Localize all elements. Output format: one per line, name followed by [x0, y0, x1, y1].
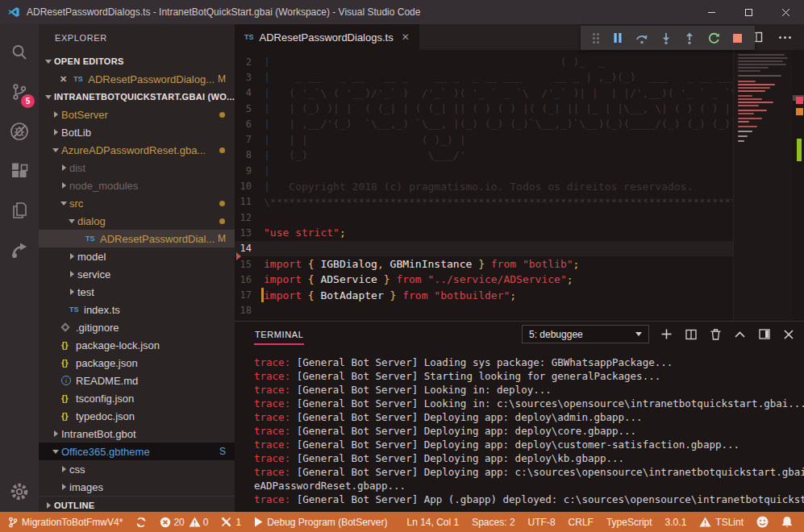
problems-item[interactable]: 20 0 — [153, 512, 215, 532]
tree-item-azureadpasswordreset-gba[interactable]: AzureADPasswordReset.gba... — [39, 141, 235, 159]
settings-gear-icon[interactable] — [0, 481, 39, 502]
code-line-14[interactable]: 14 — [235, 241, 804, 256]
open-editors-header[interactable]: OPEN EDITORS — [39, 52, 235, 70]
code-line-4[interactable]: 4| ( '_`\ ( '__)/'_` ) /'_` )( '_ ` _ `\… — [235, 85, 804, 101]
code-line-9[interactable]: 9| — [235, 163, 804, 178]
editor-tab[interactable]: TS ADResetPasswordDialogs.ts ✕ — [235, 24, 419, 50]
tree-item-index-ts[interactable]: TSindex.ts — [39, 301, 235, 318]
tree-item-label: images — [69, 481, 103, 493]
pause-icon[interactable] — [612, 32, 623, 44]
extensions-icon[interactable] — [0, 151, 39, 190]
tools-item[interactable]: 1 — [215, 512, 248, 532]
eol-item[interactable]: CRLF — [562, 512, 600, 532]
restart-icon[interactable] — [708, 32, 720, 44]
tree-item-office365-gbtheme[interactable]: Office365.gbthemeS — [39, 443, 235, 460]
tree-item-botserver[interactable]: BotServer — [39, 106, 235, 123]
notifications-bell-icon[interactable] — [775, 512, 799, 532]
tree-item-package-lock-json[interactable]: {}package-lock.json — [39, 336, 235, 354]
code-line-15[interactable]: 15import { IGBDialog, GBMinInstance } fr… — [235, 256, 804, 272]
line-number: 2 — [235, 56, 264, 68]
tree-item-gitignore[interactable]: .gitignore — [39, 318, 235, 336]
debug-icon[interactable] — [0, 111, 39, 151]
share-icon[interactable] — [0, 230, 39, 269]
ts-version-item[interactable]: 3.0.1 — [659, 512, 694, 532]
close-panel-icon[interactable] — [784, 330, 794, 339]
code-line-5[interactable]: 5| | (_) )| | ( (_| | ( (_| || ( ) ( ) |… — [235, 101, 804, 116]
tree-item-label: IntranetBot.gbot — [61, 428, 136, 440]
explorer-pages-icon[interactable] — [0, 190, 39, 230]
language-item[interactable]: TypeScript — [600, 512, 659, 532]
code-editor[interactable]: 2| ( )_ _3| _ __ _ __ __ _ __ _ _ __ ___… — [235, 50, 804, 321]
line-number: 16 — [235, 274, 264, 285]
chevron-up-icon[interactable] — [735, 331, 745, 338]
twisty-icon — [66, 219, 77, 223]
code-line-18[interactable]: 18 — [235, 303, 804, 318]
code-line-2[interactable]: 2| ( )_ _ — [235, 54, 804, 69]
code-line-12[interactable]: 12 — [235, 210, 804, 225]
tree-item-adresetpassworddial[interactable]: TSADResetPasswordDial...M — [39, 230, 235, 247]
tree-item-model[interactable]: model — [39, 247, 235, 265]
source-control-icon[interactable]: 5 — [0, 72, 39, 111]
tree-item-test[interactable]: test — [39, 283, 235, 301]
trash-icon[interactable] — [710, 329, 721, 340]
overview-ruler[interactable] — [793, 50, 804, 321]
tree-item-tsconfig-json[interactable]: {}tsconfig.json — [39, 389, 235, 407]
project-header[interactable]: INTRANETBOTQUICKSTART.GBAI (WO... — [39, 88, 235, 106]
tree-item-botlib[interactable]: BotLib — [39, 123, 235, 141]
tree-item-node-modules[interactable]: node_modules — [39, 177, 235, 194]
tree-item-typedoc-json[interactable]: {}typedoc.json — [39, 407, 235, 425]
code-line-8[interactable]: 8| (_) \___/' — [235, 148, 804, 163]
tree-item-readme-md[interactable]: iREADME.md — [39, 372, 235, 389]
tree-item-dist[interactable]: dist — [39, 159, 235, 177]
add-terminal-icon[interactable] — [661, 329, 672, 339]
indentation-item[interactable]: Spaces: 2 — [465, 512, 521, 532]
tab-close-icon[interactable]: ✕ — [402, 31, 410, 43]
open-editor-item[interactable]: ✕ TS ADResetPasswordDialog... M — [39, 70, 235, 88]
outline-header[interactable]: OUTLINE — [39, 496, 235, 512]
code-line-11[interactable]: 11\*************************************… — [235, 194, 804, 210]
split-terminal-icon[interactable] — [685, 329, 697, 340]
maximize-button[interactable] — [730, 0, 767, 24]
terminal-output[interactable]: trace: [General Bot Server] Loading sys … — [235, 347, 804, 512]
tree-item-intranetbot-gbot[interactable]: IntranetBot.gbot — [39, 425, 235, 443]
tree-item-css[interactable]: css — [39, 460, 235, 478]
panel-toggle-icon[interactable] — [759, 329, 770, 339]
git-branch-item[interactable]: MigrationToBotFmwV4* — [0, 512, 129, 532]
code-line-10[interactable]: 10| Copyright 2018 (c) pragmatismo.io. T… — [235, 178, 804, 193]
error-icon — [160, 517, 171, 528]
code-line-16[interactable]: 16import { ADService } from "../service/… — [235, 272, 804, 287]
tslint-item[interactable]: TSLint — [693, 512, 750, 532]
code-line-3[interactable]: 3| _ __ _ __ __ _ __ _ _ __ ___ __ _ | ,… — [235, 69, 804, 85]
code-line-7[interactable]: 7| | | ( )_) | — [235, 131, 804, 147]
sync-item[interactable] — [129, 512, 153, 532]
debug-program-item[interactable]: Debug Program (BotServer) — [248, 512, 394, 532]
twisty-icon — [58, 484, 69, 490]
code-line-6[interactable]: 6| | ,__/'(_) `\__,_) `\__, |(_) (_) (_)… — [235, 116, 804, 131]
drag-grip-icon[interactable] — [593, 33, 599, 44]
step-into-icon[interactable] — [660, 32, 672, 44]
tree-item-package-json[interactable]: {}package.json — [39, 354, 235, 372]
encoding-item[interactable]: UTF-8 — [522, 512, 562, 532]
code-line-17[interactable]: 17import { BotAdapter } from "botbuilder… — [235, 287, 804, 302]
line-number: 5 — [235, 103, 264, 114]
stop-icon[interactable] — [732, 33, 743, 44]
tree-item-service[interactable]: service — [39, 265, 235, 283]
step-out-icon[interactable] — [684, 32, 695, 44]
search-icon[interactable] — [0, 32, 39, 72]
cursor-position-item[interactable]: Ln 14, Col 1 — [400, 512, 465, 532]
tree-item-images[interactable]: images — [39, 478, 235, 496]
tree-item-src[interactable]: src — [39, 194, 235, 212]
feedback-smiley-icon[interactable] — [750, 512, 775, 532]
more-actions-icon[interactable] — [779, 36, 791, 39]
close-button[interactable] — [767, 0, 804, 24]
tree-item-dialog[interactable]: dialog — [39, 212, 235, 230]
code-line-13[interactable]: 13"use strict"; — [235, 225, 804, 240]
minimize-button[interactable] — [693, 0, 730, 24]
line-number: 17 — [235, 289, 264, 301]
terminal-select[interactable]: 5: debuggee — [522, 325, 649, 343]
step-over-icon[interactable] — [635, 32, 648, 44]
tree-item-label: test — [77, 286, 94, 298]
close-icon[interactable]: ✕ — [60, 74, 67, 85]
terminal-tab[interactable]: TERMINAL — [254, 324, 304, 345]
minimap[interactable] — [733, 50, 793, 321]
